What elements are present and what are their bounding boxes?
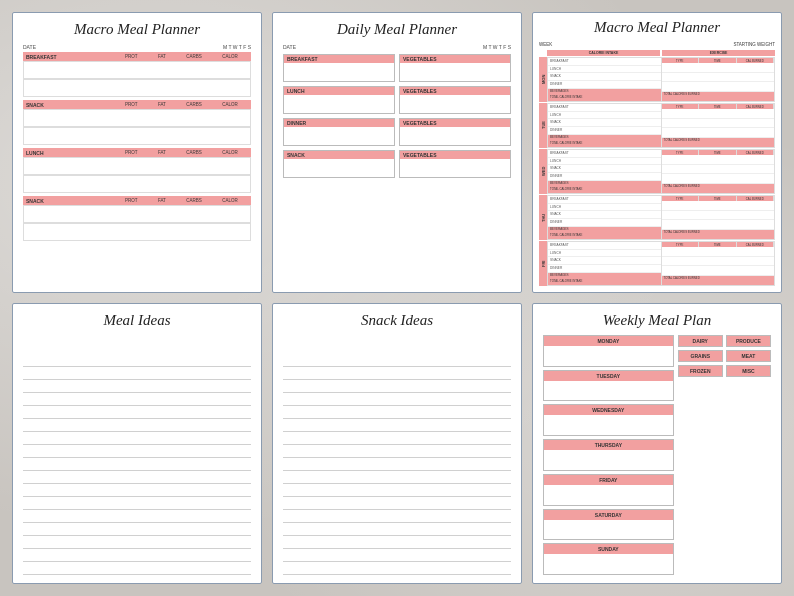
weekly-grocery-column: DAIRYPRODUCEGRAINSMEATFROZENMISC [678,335,771,575]
macro-meal-planner-card-3: Macro Meal Planner WEEK STARTING WEIGHT … [532,12,782,293]
dinner-label: DINNER [284,119,394,127]
macro-meal-planner-card-1: Macro Meal Planner DATE M T W T F S BREA… [12,12,262,293]
exercise-row [662,155,775,165]
starting-weight: STARTING WEIGHT [733,42,775,47]
grocery-label: MISC [727,366,770,376]
calorie-col: BREAKFASTLUNCHSNACKDINNERBEVERAGESTOTAL … [547,149,662,194]
macro-section-snack2: SNACK PROTFATCARBSCALOR [23,196,251,241]
meal-line [23,523,251,536]
meal-row-item: LUNCH [548,66,661,74]
grocery-section: DAIRY [678,335,723,347]
weekly-day-item: FRIDAY [543,474,674,506]
daily-breakfast: BREAKFAST VEGETABLES [283,54,511,82]
grocery-label: GRAINS [679,351,722,361]
breakfast-label: BREAKFAST [284,55,394,63]
daily-snack: SNACK VEGETABLES [283,150,511,178]
snack-line [283,406,511,419]
meal-line [23,562,251,575]
daily-dinner: DINNER VEGETABLES [283,118,511,146]
snack-ideas-card: Snack Ideas [272,303,522,584]
day-name-label: THURSDAY [544,440,673,450]
day-block: TUEBREAKFASTLUNCHSNACKDINNERBEVERAGESTOT… [539,103,775,148]
macro-section-breakfast: BREAKFAST PROTFATCARBSCALOR [23,52,251,97]
snack-line [283,354,511,367]
meal-row-item: SNACK [548,257,661,265]
macro-cols-s2: PROTFATCARBSCALOR [115,198,248,203]
calorie-col: BREAKFASTLUNCHSNACKDINNERBEVERAGESTOTAL … [547,103,662,148]
meal-line [23,497,251,510]
card-3-title: Macro Meal Planner [539,19,775,36]
exercise-row [662,109,775,119]
meal-row-item: BREAKFAST [548,196,661,204]
meal-line [23,406,251,419]
day-side-label: TUE [539,103,547,148]
meal-row-item: SNACK [548,119,661,127]
exercise-row [662,119,775,129]
macro-body-s2 [23,205,251,223]
daily-left-lunch: LUNCH [283,86,395,114]
macro-header-snack1: SNACK PROTFATCARBSCALOR [23,100,251,109]
meal-line [23,432,251,445]
day-content: BREAKFASTLUNCHSNACKDINNERBEVERAGESTOTAL … [547,57,775,102]
snack-lines [283,335,511,575]
meal-line [23,354,251,367]
day-name-label: SUNDAY [544,544,673,554]
grocery-pair: FROZENMISC [678,365,771,377]
macro-section-snack1: SNACK PROTFATCARBSCALOR [23,100,251,145]
macro-cols-l: PROTFATCARBSCALOR [115,150,248,155]
grocery-section: FROZEN [678,365,723,377]
date-row-2: DATE M T W T F S [283,44,511,50]
meal-line [23,367,251,380]
section-label-s2: SNACK [26,198,115,204]
grocery-label: FROZEN [679,366,722,376]
daily-lunch: LUNCH VEGETABLES [283,86,511,114]
calorie-col: BREAKFASTLUNCHSNACKDINNERBEVERAGESTOTAL … [547,57,662,102]
grocery-label: PRODUCE [727,336,770,346]
grocery-label: MEAT [727,351,770,361]
card-4-title: Meal Ideas [23,312,251,329]
exercise-col: TYPETIMECAL BURNEDTOTAL CALORIES BURNED [662,195,776,240]
card-5-title: Snack Ideas [283,312,511,329]
daily-row-lunch: LUNCH VEGETABLES [283,86,511,114]
macro-body-l2 [23,175,251,193]
grocery-pair: DAIRYPRODUCE [678,335,771,347]
meal-lines [23,335,251,575]
exercise-row [662,247,775,257]
meal-row-item: SNACK [548,165,661,173]
date-row-1: DATE M T W T F S [23,44,251,50]
day-name-label: MONDAY [544,336,673,346]
card-2-title: Daily Meal Planner [283,21,511,38]
meal-row-item: BREAKFAST [548,58,661,66]
meal-line [23,484,251,497]
meal-row-item: BREAKFAST [548,150,661,158]
day-side-label: FRI [539,241,547,286]
macro-body-s1b [23,127,251,145]
grocery-section: GRAINS [678,350,723,362]
veg-label-3: VEGETABLES [400,119,510,127]
snack-line [283,458,511,471]
macro-header-lunch: LUNCH PROTFATCARBSCALOR [23,148,251,157]
exercise-row [662,266,775,276]
meal-ideas-card: Meal Ideas [12,303,262,584]
day-name-label: FRIDAY [544,475,673,485]
macro-body-s1 [23,109,251,127]
veg-label-1: VEGETABLES [400,55,510,63]
exercise-row [662,211,775,221]
day-block: MONBREAKFASTLUNCHSNACKDINNERBEVERAGESTOT… [539,57,775,102]
weekly-day-item: THURSDAY [543,439,674,471]
snack-line [283,497,511,510]
total-calorie-row: TOTAL CALORIE INTAKE [548,141,661,147]
section-label-l: LUNCH [26,150,115,156]
grocery-section: MISC [726,365,771,377]
total-calorie-row: TOTAL CALORIE INTAKE [548,233,661,239]
day-side-label: WED [539,149,547,194]
meal-line [23,393,251,406]
total-calorie-row: TOTAL CALORIE INTAKE [548,279,661,285]
days-container: CALORIE INTAKE EXERCISE MONBREAKFASTLUNC… [539,50,775,286]
total-calorie-row: TOTAL CALORIE INTAKE [548,95,661,101]
exercise-row [662,63,775,73]
veg-label-2: VEGETABLES [400,87,510,95]
snack-line [283,380,511,393]
calorie-col: BREAKFASTLUNCHSNACKDINNERBEVERAGESTOTAL … [547,241,662,286]
grocery-section: PRODUCE [726,335,771,347]
